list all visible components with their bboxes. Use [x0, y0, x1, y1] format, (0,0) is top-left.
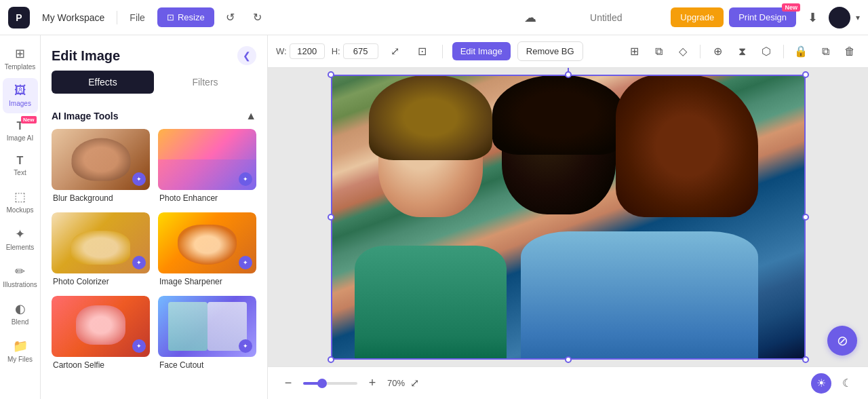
- handle-top-middle[interactable]: [565, 71, 572, 78]
- templates-icon: ⊞: [15, 46, 25, 61]
- sidebar-templates-wrapper: ⊞ Templates: [3, 41, 38, 77]
- grid-icon[interactable]: ⊞: [624, 41, 644, 62]
- photo-enhancer-label: Photo Enhancer: [158, 190, 256, 204]
- topbar-divider-1: [117, 11, 117, 24]
- blur-background-thumbnail: ✦: [52, 129, 150, 190]
- tools-header: Edit Image ❮: [41, 35, 267, 71]
- face-cutout-ai-badge: ✦: [239, 339, 252, 353]
- sidebar-images-wrapper: 🖼 Images: [3, 78, 38, 113]
- handle-middle-right[interactable]: [802, 214, 809, 221]
- upgrade-button[interactable]: Upgrade: [671, 7, 724, 27]
- elements-icon: ✦: [15, 227, 25, 242]
- account-chevron-icon[interactable]: ▾: [856, 13, 860, 22]
- properties-bar: W: H: ⤢ ⊡ Edit Image Remove BG ⊞ ⧉ ◇ ⊕ ⧗…: [268, 35, 868, 68]
- tool-blur-background[interactable]: ✦ Blur Background: [52, 129, 150, 204]
- sidebar-blend-wrapper: ◐ Blend: [3, 296, 38, 332]
- zoom-out-button[interactable]: −: [279, 374, 298, 393]
- left-sidebar: ⊞ Templates 🖼 Images T Image AI New T Te…: [0, 35, 41, 399]
- ai-tools-header: AI Image Tools ▲: [52, 102, 256, 129]
- sidebar-item-my-files[interactable]: 📁 My Files: [3, 333, 38, 369]
- cartoon-selfie-thumbnail: ✦: [52, 296, 150, 357]
- zoom-slider[interactable]: [303, 382, 357, 385]
- tab-effects[interactable]: Effects: [52, 71, 154, 94]
- tools-collapse-button[interactable]: ❮: [237, 46, 256, 65]
- tool-face-cutout[interactable]: ✦ Face Cutout: [158, 296, 256, 371]
- tool-photo-enhancer[interactable]: ✦ Photo Enhancer: [158, 129, 256, 204]
- image-sharpener-label: Image Sharpener: [158, 273, 256, 288]
- handle-top-left[interactable]: [328, 71, 334, 78]
- flip-icon[interactable]: ⬡: [756, 41, 776, 62]
- sidebar-item-templates[interactable]: ⊞ Templates: [3, 41, 38, 77]
- photo-colorizer-ai-badge: ✦: [132, 256, 146, 269]
- handle-top-right[interactable]: [802, 71, 809, 78]
- canvas-area: W: H: ⤢ ⊡ Edit Image Remove BG ⊞ ⧉ ◇ ⊕ ⧗…: [268, 35, 868, 399]
- layers-icon[interactable]: ⧉: [648, 41, 669, 62]
- sidebar-item-image-ai[interactable]: T Image AI New: [3, 115, 38, 148]
- user-avatar[interactable]: [829, 7, 850, 28]
- handle-middle-left[interactable]: [328, 214, 334, 221]
- zoom-in-button[interactable]: +: [363, 374, 382, 393]
- delete-icon[interactable]: 🗑: [840, 41, 860, 62]
- sidebar-item-text[interactable]: T Text: [3, 149, 38, 183]
- tool-cartoon-selfie[interactable]: ✦ Cartoon Selfie: [52, 296, 150, 371]
- crop-icon[interactable]: ⊡: [412, 41, 433, 62]
- print-design-button[interactable]: Print Design New: [729, 7, 796, 27]
- tab-filters[interactable]: Filters: [154, 71, 256, 94]
- file-menu[interactable]: File: [123, 8, 152, 27]
- photo-colorizer-thumbnail: ✦: [52, 212, 150, 273]
- align-icon[interactable]: ⊕: [707, 41, 728, 62]
- handle-bottom-middle[interactable]: [565, 356, 572, 363]
- zoom-fit-icon[interactable]: ⤢: [410, 377, 419, 390]
- handle-bottom-left[interactable]: [328, 356, 334, 363]
- lock-icon[interactable]: 🔒: [791, 41, 811, 62]
- width-input[interactable]: [290, 43, 325, 59]
- light-mode-button[interactable]: ☀: [811, 373, 831, 394]
- download-button[interactable]: ⬇: [802, 7, 823, 28]
- resize-button[interactable]: ⊡ Resize: [157, 7, 214, 27]
- sidebar-item-blend[interactable]: ◐ Blend: [3, 296, 38, 332]
- height-input[interactable]: [343, 43, 378, 59]
- redo-button[interactable]: ↻: [247, 7, 269, 28]
- expand-icon[interactable]: ⤢: [385, 41, 406, 62]
- prop-divider-1: [442, 45, 443, 58]
- stack-icon[interactable]: ⧗: [732, 41, 752, 62]
- sidebar-item-images[interactable]: 🖼 Images: [3, 78, 38, 113]
- face-cutout-thumbnail: ✦: [158, 296, 256, 357]
- shape-icon[interactable]: ◇: [673, 41, 693, 62]
- undo-button[interactable]: ↺: [220, 7, 241, 28]
- props-right: ⊞ ⧉ ◇ ⊕ ⧗ ⬡ 🔒 ⧉ 🗑: [624, 41, 860, 62]
- photo-enhancer-ai-badge: ✦: [239, 172, 252, 186]
- tools-panel: Edit Image ❮ Effects Filters AI Image To…: [41, 35, 268, 399]
- handle-bottom-right[interactable]: [802, 356, 809, 363]
- tools-grid: ✦ Blur Background ✦ Photo Enhancer: [52, 129, 256, 371]
- canvas-workspace[interactable]: ⊘: [268, 68, 868, 366]
- dark-mode-button[interactable]: ☾: [837, 373, 857, 394]
- edit-image-button[interactable]: Edit Image: [452, 42, 511, 60]
- sidebar-item-mockups[interactable]: ⬚ Mockups: [3, 184, 38, 220]
- sidebar-item-illustrations[interactable]: ✏ Illustrations: [3, 259, 38, 294]
- upload-button[interactable]: ☁: [519, 7, 541, 28]
- topbar: P My Workspace File ⊡ Resize ↺ ↻ ☁ Upgra…: [0, 0, 868, 35]
- help-button[interactable]: ⊘: [827, 326, 857, 356]
- illustrations-icon: ✏: [15, 264, 25, 279]
- sidebar-image-ai-wrapper: T Image AI New: [3, 115, 38, 148]
- workspace-button[interactable]: My Workspace: [35, 8, 111, 27]
- sidebar-illustrations-wrapper: ✏ Illustrations: [3, 259, 38, 294]
- zoom-value: 70%: [387, 378, 405, 388]
- duplicate-icon[interactable]: ⧉: [815, 41, 835, 62]
- height-group: H:: [332, 43, 378, 59]
- tool-photo-colorizer[interactable]: ✦ Photo Colorizer: [52, 212, 150, 288]
- height-label: H:: [332, 46, 340, 56]
- print-new-badge: New: [782, 3, 800, 12]
- main-area: ⊞ Templates 🖼 Images T Image AI New T Te…: [0, 35, 868, 399]
- ai-tools-chevron-icon[interactable]: ▲: [245, 110, 256, 122]
- images-icon: 🖼: [14, 83, 26, 98]
- sidebar-item-elements[interactable]: ✦ Elements: [3, 221, 38, 257]
- width-label: W:: [276, 46, 287, 56]
- face-cutout-label: Face Cutout: [158, 357, 256, 371]
- tool-image-sharpener[interactable]: ✦ Image Sharpener: [158, 212, 256, 288]
- image-sharpener-ai-badge: ✦: [239, 256, 252, 269]
- remove-bg-button[interactable]: Remove BG: [517, 41, 583, 61]
- document-title[interactable]: [547, 12, 665, 23]
- blur-background-label: Blur Background: [52, 190, 150, 204]
